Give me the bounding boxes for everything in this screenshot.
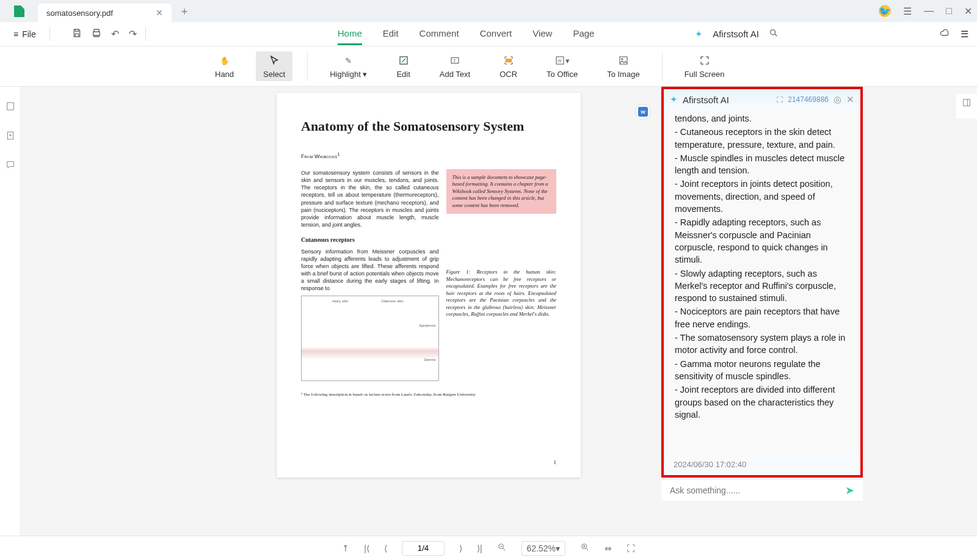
title-bar: somatosensory.pdf ✕ ＋ 🐦 ☰ — □ ✕ [0, 0, 977, 22]
full-screen-tool[interactable]: Full Screen [677, 51, 732, 81]
bookmark-add-icon[interactable] [5, 131, 15, 143]
ai-line: - Rapidly adapting receptors, such as Me… [675, 216, 852, 266]
svg-rect-10 [7, 103, 13, 110]
highlight-tool[interactable]: ✎ Highlight ▾ [322, 51, 374, 81]
more-icon[interactable]: ☰ [961, 29, 968, 40]
ai-line: - Joint receptors in joints detect posit… [675, 178, 852, 215]
cloud-icon[interactable] [939, 28, 951, 40]
ai-brand-label[interactable]: Afirstsoft AI [713, 29, 759, 39]
ai-line: - Cutaneous receptors in the skin detect… [675, 126, 852, 151]
sub-heading: Cutaneous receptors [301, 236, 439, 244]
svg-text:T: T [453, 58, 456, 64]
ai-line: - Slowly adapting receptors, such as Mer… [675, 267, 852, 305]
to-image-tool[interactable]: To Image [600, 51, 647, 81]
tab-title: somatosensory.pdf [46, 9, 113, 18]
close-panel-icon[interactable]: ✕ [846, 94, 854, 105]
tab-convert[interactable]: Convert [480, 23, 512, 45]
print-icon[interactable] [92, 28, 101, 40]
edit-icon [398, 54, 409, 67]
redo-icon[interactable]: ↷ [129, 28, 137, 40]
tab-edit[interactable]: Edit [383, 23, 399, 45]
add-text-tool[interactable]: T Add Text [432, 51, 478, 81]
convert-to-word-badge[interactable]: W [635, 104, 651, 120]
file-menu-label: File [22, 29, 36, 39]
menu-bar: ≡ File ↶ ↷ Home Edit Comment Convert Vie… [0, 22, 977, 46]
to-office-tool[interactable]: W ▾ To Office [539, 51, 585, 81]
ai-star-icon: ✦ [695, 29, 703, 40]
ai-input[interactable] [670, 485, 845, 495]
document-tab[interactable]: somatosensory.pdf ✕ [38, 4, 172, 22]
footnote: ¹ The following description is based on … [301, 392, 556, 397]
window-controls: 🐦 ☰ — □ ✕ [879, 5, 972, 17]
scroll-top-icon[interactable]: ⤒ [342, 544, 349, 553]
last-page-icon[interactable]: ⟩| [477, 544, 482, 553]
word-icon: W [638, 107, 648, 117]
edit-tool[interactable]: Edit [389, 51, 417, 81]
hand-icon: ✋ [220, 54, 230, 67]
pdf-page: Anatomy of the Somatosensory System From… [277, 93, 581, 478]
comment-icon[interactable] [5, 160, 15, 172]
add-text-label: Add Text [440, 70, 470, 79]
panel-toggle-icon[interactable] [962, 98, 972, 110]
svg-rect-14 [963, 100, 970, 106]
new-tab-button[interactable]: ＋ [179, 4, 190, 18]
user-avatar-icon[interactable]: 🐦 [879, 5, 891, 17]
highlight-label: Highlight ▾ [330, 70, 367, 79]
ocr-tool[interactable]: OCR [492, 51, 525, 81]
select-tool[interactable]: Select [256, 51, 292, 81]
first-page-icon[interactable]: |⟨ [364, 544, 369, 553]
toolbar: ✋ Hand Select ✎ Highlight ▾ Edit T Add T… [0, 46, 977, 87]
fit-page-icon[interactable]: ⛶ [627, 544, 635, 553]
tab-home[interactable]: Home [338, 23, 362, 45]
search-icon[interactable] [769, 28, 779, 40]
divider [307, 52, 308, 81]
right-sidebar [955, 94, 977, 118]
fullscreen-icon [699, 54, 710, 67]
ai-timestamp: 2024/06/30 17:02:40 [664, 457, 860, 475]
expand-icon[interactable]: ⛶ [776, 96, 783, 103]
next-page-icon[interactable]: ⟩ [459, 544, 462, 553]
close-tab-icon[interactable]: ✕ [156, 8, 163, 18]
add-text-icon: T [449, 54, 460, 67]
zoom-in-icon[interactable] [580, 542, 590, 554]
undo-icon[interactable]: ↶ [111, 28, 119, 40]
svg-rect-5 [505, 59, 512, 62]
close-window-icon[interactable]: ✕ [964, 5, 972, 17]
settings-icon[interactable]: ◎ [834, 94, 841, 105]
save-icon[interactable] [72, 28, 82, 40]
app-logo-icon [12, 4, 27, 18]
prev-page-icon[interactable]: ⟨ [384, 544, 387, 553]
edit-label: Edit [396, 70, 410, 79]
hamburger-menu-icon[interactable]: ☰ [903, 5, 912, 17]
ai-star-icon: ✦ [670, 94, 678, 105]
zoom-level[interactable]: 62.52% ▾ [521, 541, 565, 556]
maximize-icon[interactable]: □ [946, 5, 952, 16]
status-bar: ⤒ |⟨ ⟨ ⟩ ⟩| 62.52% ▾ ⇔ ⛶ [0, 536, 977, 560]
minimize-icon[interactable]: — [924, 5, 934, 16]
page-input[interactable] [402, 541, 445, 556]
svg-text:W: W [558, 59, 562, 63]
figure-caption: Figure 1: Receptors in the human skin: M… [446, 269, 556, 318]
hand-tool[interactable]: ✋ Hand [208, 51, 241, 81]
highlighter-icon: ✎ [345, 54, 352, 67]
ai-session-id: 2147469886 [788, 95, 829, 104]
ai-line: - The somatosensory system plays a role … [675, 332, 852, 357]
body-paragraph: Sensory information from Meissner corpus… [301, 248, 439, 293]
ai-line: tendons, and joints. [675, 112, 852, 125]
tab-comment[interactable]: Comment [419, 23, 459, 45]
ai-response-body[interactable]: tendons, and joints. - Cutaneous recepto… [664, 110, 860, 457]
to-office-label: To Office [547, 70, 578, 79]
thumbnails-icon[interactable] [5, 101, 15, 114]
tab-view[interactable]: View [532, 23, 552, 45]
left-sidebar [0, 87, 21, 560]
cursor-icon [269, 54, 280, 67]
fit-width-icon[interactable]: ⇔ [605, 544, 612, 553]
image-icon [618, 54, 629, 67]
send-icon[interactable]: ➤ [845, 484, 854, 497]
tab-page[interactable]: Page [573, 23, 594, 45]
svg-point-9 [621, 58, 623, 60]
ai-input-row: ➤ [661, 480, 863, 501]
zoom-out-icon[interactable] [497, 542, 507, 554]
divider [662, 52, 663, 81]
file-menu-button[interactable]: ≡ File [9, 27, 41, 42]
